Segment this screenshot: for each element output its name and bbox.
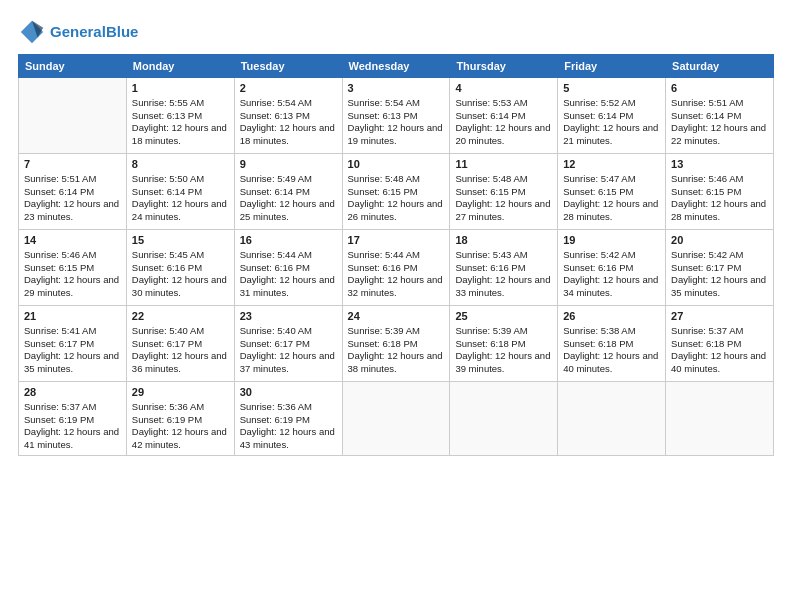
day-number: 11: [455, 157, 552, 172]
sunset-text: Sunset: 6:15 PM: [348, 186, 418, 197]
sunrise-text: Sunrise: 5:46 AM: [671, 173, 743, 184]
day-number: 1: [132, 81, 229, 96]
calendar-cell: [666, 382, 774, 456]
sunrise-text: Sunrise: 5:46 AM: [24, 249, 96, 260]
day-number: 14: [24, 233, 121, 248]
header-day-friday: Friday: [558, 55, 666, 78]
daylight-text: Daylight: 12 hours and 37 minutes.: [240, 350, 335, 374]
calendar-cell: 9Sunrise: 5:49 AMSunset: 6:14 PMDaylight…: [234, 154, 342, 230]
calendar-cell: 24Sunrise: 5:39 AMSunset: 6:18 PMDayligh…: [342, 306, 450, 382]
calendar-cell: 17Sunrise: 5:44 AMSunset: 6:16 PMDayligh…: [342, 230, 450, 306]
calendar-week-3: 14Sunrise: 5:46 AMSunset: 6:15 PMDayligh…: [19, 230, 774, 306]
calendar-cell: 21Sunrise: 5:41 AMSunset: 6:17 PMDayligh…: [19, 306, 127, 382]
daylight-text: Daylight: 12 hours and 38 minutes.: [348, 350, 443, 374]
logo-text: GeneralBlue: [50, 23, 138, 41]
calendar-cell: 11Sunrise: 5:48 AMSunset: 6:15 PMDayligh…: [450, 154, 558, 230]
day-number: 12: [563, 157, 660, 172]
header-day-monday: Monday: [126, 55, 234, 78]
sunset-text: Sunset: 6:17 PM: [671, 262, 741, 273]
sunrise-text: Sunrise: 5:48 AM: [348, 173, 420, 184]
day-number: 10: [348, 157, 445, 172]
day-number: 23: [240, 309, 337, 324]
sunrise-text: Sunrise: 5:40 AM: [240, 325, 312, 336]
logo: GeneralBlue: [18, 18, 138, 46]
calendar-cell: 22Sunrise: 5:40 AMSunset: 6:17 PMDayligh…: [126, 306, 234, 382]
logo-general: General: [50, 23, 106, 40]
sunset-text: Sunset: 6:15 PM: [455, 186, 525, 197]
day-number: 21: [24, 309, 121, 324]
daylight-text: Daylight: 12 hours and 35 minutes.: [671, 274, 766, 298]
sunrise-text: Sunrise: 5:40 AM: [132, 325, 204, 336]
daylight-text: Daylight: 12 hours and 34 minutes.: [563, 274, 658, 298]
calendar-cell: [19, 78, 127, 154]
calendar-cell: 8Sunrise: 5:50 AMSunset: 6:14 PMDaylight…: [126, 154, 234, 230]
calendar-cell: 20Sunrise: 5:42 AMSunset: 6:17 PMDayligh…: [666, 230, 774, 306]
sunset-text: Sunset: 6:13 PM: [348, 110, 418, 121]
sunrise-text: Sunrise: 5:54 AM: [348, 97, 420, 108]
sunset-text: Sunset: 6:14 PM: [563, 110, 633, 121]
sunset-text: Sunset: 6:14 PM: [132, 186, 202, 197]
sunset-text: Sunset: 6:18 PM: [671, 338, 741, 349]
header-day-saturday: Saturday: [666, 55, 774, 78]
daylight-text: Daylight: 12 hours and 33 minutes.: [455, 274, 550, 298]
day-number: 3: [348, 81, 445, 96]
calendar-cell: 14Sunrise: 5:46 AMSunset: 6:15 PMDayligh…: [19, 230, 127, 306]
day-number: 2: [240, 81, 337, 96]
daylight-text: Daylight: 12 hours and 22 minutes.: [671, 122, 766, 146]
header-day-wednesday: Wednesday: [342, 55, 450, 78]
day-number: 13: [671, 157, 768, 172]
sunset-text: Sunset: 6:16 PM: [563, 262, 633, 273]
sunset-text: Sunset: 6:18 PM: [348, 338, 418, 349]
daylight-text: Daylight: 12 hours and 19 minutes.: [348, 122, 443, 146]
calendar-cell: 23Sunrise: 5:40 AMSunset: 6:17 PMDayligh…: [234, 306, 342, 382]
day-number: 29: [132, 385, 229, 400]
header-row: SundayMondayTuesdayWednesdayThursdayFrid…: [19, 55, 774, 78]
day-number: 25: [455, 309, 552, 324]
calendar-cell: 13Sunrise: 5:46 AMSunset: 6:15 PMDayligh…: [666, 154, 774, 230]
sunset-text: Sunset: 6:15 PM: [671, 186, 741, 197]
daylight-text: Daylight: 12 hours and 40 minutes.: [563, 350, 658, 374]
calendar-cell: 5Sunrise: 5:52 AMSunset: 6:14 PMDaylight…: [558, 78, 666, 154]
daylight-text: Daylight: 12 hours and 32 minutes.: [348, 274, 443, 298]
page: GeneralBlue SundayMondayTuesdayWednesday…: [0, 0, 792, 612]
calendar-cell: 4Sunrise: 5:53 AMSunset: 6:14 PMDaylight…: [450, 78, 558, 154]
calendar-cell: [450, 382, 558, 456]
daylight-text: Daylight: 12 hours and 21 minutes.: [563, 122, 658, 146]
sunrise-text: Sunrise: 5:55 AM: [132, 97, 204, 108]
sunrise-text: Sunrise: 5:42 AM: [563, 249, 635, 260]
day-number: 6: [671, 81, 768, 96]
calendar-cell: 10Sunrise: 5:48 AMSunset: 6:15 PMDayligh…: [342, 154, 450, 230]
calendar-cell: 1Sunrise: 5:55 AMSunset: 6:13 PMDaylight…: [126, 78, 234, 154]
sunset-text: Sunset: 6:16 PM: [455, 262, 525, 273]
daylight-text: Daylight: 12 hours and 28 minutes.: [563, 198, 658, 222]
sunrise-text: Sunrise: 5:43 AM: [455, 249, 527, 260]
day-number: 5: [563, 81, 660, 96]
calendar-table: SundayMondayTuesdayWednesdayThursdayFrid…: [18, 54, 774, 456]
sunrise-text: Sunrise: 5:45 AM: [132, 249, 204, 260]
sunset-text: Sunset: 6:13 PM: [240, 110, 310, 121]
calendar-cell: [558, 382, 666, 456]
header-day-thursday: Thursday: [450, 55, 558, 78]
daylight-text: Daylight: 12 hours and 25 minutes.: [240, 198, 335, 222]
day-number: 22: [132, 309, 229, 324]
calendar-cell: 3Sunrise: 5:54 AMSunset: 6:13 PMDaylight…: [342, 78, 450, 154]
sunset-text: Sunset: 6:14 PM: [24, 186, 94, 197]
sunrise-text: Sunrise: 5:42 AM: [671, 249, 743, 260]
daylight-text: Daylight: 12 hours and 43 minutes.: [240, 426, 335, 450]
sunrise-text: Sunrise: 5:37 AM: [24, 401, 96, 412]
header-day-tuesday: Tuesday: [234, 55, 342, 78]
daylight-text: Daylight: 12 hours and 35 minutes.: [24, 350, 119, 374]
daylight-text: Daylight: 12 hours and 39 minutes.: [455, 350, 550, 374]
day-number: 16: [240, 233, 337, 248]
calendar-week-5: 28Sunrise: 5:37 AMSunset: 6:19 PMDayligh…: [19, 382, 774, 456]
sunrise-text: Sunrise: 5:36 AM: [240, 401, 312, 412]
daylight-text: Daylight: 12 hours and 27 minutes.: [455, 198, 550, 222]
daylight-text: Daylight: 12 hours and 42 minutes.: [132, 426, 227, 450]
sunrise-text: Sunrise: 5:47 AM: [563, 173, 635, 184]
sunrise-text: Sunrise: 5:51 AM: [671, 97, 743, 108]
calendar-cell: 18Sunrise: 5:43 AMSunset: 6:16 PMDayligh…: [450, 230, 558, 306]
sunset-text: Sunset: 6:15 PM: [563, 186, 633, 197]
sunset-text: Sunset: 6:16 PM: [240, 262, 310, 273]
sunrise-text: Sunrise: 5:39 AM: [348, 325, 420, 336]
day-number: 9: [240, 157, 337, 172]
